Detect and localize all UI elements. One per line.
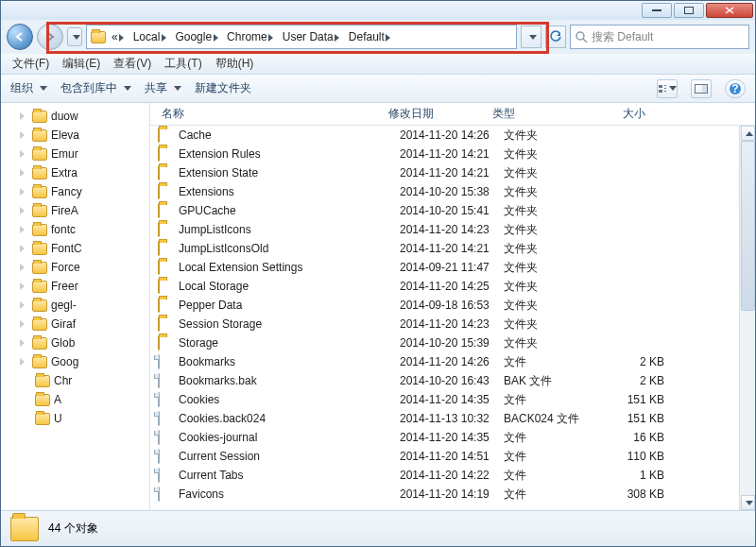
- preview-pane-button[interactable]: [691, 79, 712, 98]
- col-date[interactable]: 修改日期: [385, 106, 489, 122]
- forward-button[interactable]: [37, 24, 63, 50]
- tree-item[interactable]: gegl-: [1, 296, 149, 315]
- file-name: Cookies.back024: [179, 412, 400, 425]
- tree-item[interactable]: fontc: [1, 220, 149, 239]
- expand-icon: [20, 264, 28, 271]
- svg-rect-1: [685, 8, 694, 14]
- file-icon: [158, 354, 160, 369]
- help-button[interactable]: ?: [725, 79, 746, 98]
- list-item[interactable]: Session Storage2014-11-20 14:23文件夹: [150, 315, 739, 333]
- folder-icon: [158, 165, 160, 180]
- folder-icon: [32, 318, 47, 331]
- list-item[interactable]: Cookies-journal2014-11-20 14:35文件16 KB: [150, 428, 739, 447]
- tree-item[interactable]: FontC: [1, 239, 149, 258]
- list-item[interactable]: Bookmarks.bak2014-10-20 16:43BAK 文件2 KB: [150, 371, 739, 390]
- tree-item[interactable]: A: [1, 390, 149, 409]
- menu-item[interactable]: 文件(F): [9, 54, 53, 74]
- col-type[interactable]: 类型: [489, 106, 583, 122]
- tree-item[interactable]: Giraf: [1, 315, 149, 333]
- menu-item[interactable]: 工具(T): [161, 54, 205, 74]
- tree-item[interactable]: Goog: [1, 352, 149, 371]
- share-button[interactable]: 共享: [145, 80, 181, 96]
- folder-tree[interactable]: duowElevaEmurExtraFancyFireAfontcFontCFo…: [1, 103, 150, 510]
- breadcrumb-segment[interactable]: Local: [131, 30, 174, 43]
- tree-item[interactable]: Freer: [1, 277, 149, 296]
- close-button[interactable]: [706, 3, 753, 18]
- expand-icon: [20, 188, 28, 196]
- scroll-thumb[interactable]: [741, 141, 755, 311]
- tree-item[interactable]: Force: [1, 258, 149, 277]
- list-item[interactable]: GPUCache2014-10-20 15:41文件夹: [150, 201, 739, 220]
- menu-item[interactable]: 编辑(E): [59, 54, 104, 74]
- breadcrumb-segment[interactable]: User Data: [281, 30, 347, 43]
- list-item[interactable]: Extension State2014-11-20 14:21文件夹: [150, 163, 739, 182]
- scrollbar[interactable]: [739, 126, 755, 510]
- new-folder-button[interactable]: 新建文件夹: [195, 80, 251, 96]
- tree-item[interactable]: FireA: [1, 201, 149, 220]
- file-type: 文件: [504, 468, 598, 484]
- breadcrumb-segment[interactable]: «: [110, 30, 131, 43]
- list-item[interactable]: JumpListIconsOld2014-11-20 14:21文件夹: [150, 239, 739, 258]
- breadcrumb-segment[interactable]: Google: [173, 30, 225, 43]
- list-item[interactable]: Extensions2014-10-20 15:38文件夹: [150, 182, 739, 201]
- organize-button[interactable]: 组织: [10, 80, 47, 96]
- refresh-button[interactable]: [545, 26, 566, 48]
- list-item[interactable]: Pepper Data2014-09-18 16:53文件夹: [150, 296, 739, 315]
- list-item[interactable]: Cache2014-11-20 14:26文件夹: [150, 126, 739, 145]
- address-bar[interactable]: «LocalGoogleChromeUser DataDefault: [86, 25, 517, 49]
- list-item[interactable]: Current Session2014-11-20 14:51文件110 KB: [150, 447, 739, 466]
- history-dropdown-icon[interactable]: [67, 27, 82, 46]
- tree-item[interactable]: Extra: [1, 163, 149, 182]
- tree-item[interactable]: Chr: [1, 371, 149, 390]
- chevron-right-icon: [212, 30, 223, 43]
- tree-item[interactable]: Eleva: [1, 126, 149, 145]
- list-item[interactable]: Favicons2014-11-20 14:19文件308 KB: [150, 485, 739, 504]
- breadcrumb-segment[interactable]: Chrome: [225, 30, 281, 43]
- tree-label: A: [54, 393, 61, 406]
- menu-item[interactable]: 查看(V): [110, 54, 155, 74]
- maximize-button[interactable]: [674, 3, 704, 18]
- col-size[interactable]: 大小: [583, 106, 649, 122]
- svg-text:?: ?: [731, 82, 738, 95]
- column-headers[interactable]: 名称 修改日期 类型 大小: [150, 103, 755, 126]
- file-icon: [158, 487, 160, 502]
- list-item[interactable]: JumpListIcons2014-11-20 14:23文件夹: [150, 220, 739, 239]
- expand-icon: [20, 226, 28, 233]
- tree-label: FireA: [51, 204, 78, 217]
- tree-item[interactable]: U: [1, 409, 149, 428]
- file-type: 文件夹: [504, 298, 598, 314]
- address-dropdown[interactable]: [521, 26, 541, 48]
- search-input[interactable]: 搜索 Default: [570, 25, 749, 49]
- search-placeholder: 搜索 Default: [592, 29, 653, 45]
- folder-icon: [158, 260, 160, 275]
- tree-item[interactable]: duow: [1, 107, 149, 126]
- list-item[interactable]: Cookies2014-11-20 14:35文件151 KB: [150, 390, 739, 409]
- view-mode-button[interactable]: [657, 79, 678, 98]
- file-icon: [158, 373, 160, 388]
- scroll-down-icon[interactable]: [741, 495, 755, 510]
- file-list[interactable]: Cache2014-11-20 14:26文件夹Extension Rules2…: [150, 126, 739, 510]
- tree-item[interactable]: Glob: [1, 333, 149, 352]
- tree-label: Emur: [51, 147, 78, 161]
- expand-icon: [20, 282, 28, 290]
- list-item[interactable]: Current Tabs2014-11-20 14:22文件1 KB: [150, 466, 739, 485]
- list-item[interactable]: Local Storage2014-11-20 14:25文件夹: [150, 277, 739, 296]
- list-item[interactable]: Extension Rules2014-11-20 14:21文件夹: [150, 145, 739, 163]
- back-button[interactable]: [7, 24, 33, 50]
- scroll-up-icon[interactable]: [741, 126, 755, 141]
- menu-item[interactable]: 帮助(H): [212, 54, 258, 74]
- minimize-button[interactable]: [642, 3, 672, 18]
- list-item[interactable]: Cookies.back0242014-11-13 10:32BACK024 文…: [150, 409, 739, 428]
- list-item[interactable]: Storage2014-10-20 15:39文件夹: [150, 333, 739, 352]
- file-name: JumpListIcons: [179, 223, 400, 236]
- include-in-library-button[interactable]: 包含到库中: [60, 80, 131, 96]
- list-item[interactable]: Local Extension Settings2014-09-21 11:47…: [150, 258, 739, 277]
- file-size: 151 KB: [598, 393, 664, 406]
- col-name[interactable]: 名称: [158, 106, 385, 122]
- tree-item[interactable]: Emur: [1, 145, 149, 163]
- expand-icon: [20, 169, 28, 177]
- file-name: Local Extension Settings: [179, 261, 400, 274]
- breadcrumb-segment[interactable]: Default: [347, 30, 398, 43]
- list-item[interactable]: Bookmarks2014-11-20 14:26文件2 KB: [150, 352, 739, 371]
- tree-item[interactable]: Fancy: [1, 182, 149, 201]
